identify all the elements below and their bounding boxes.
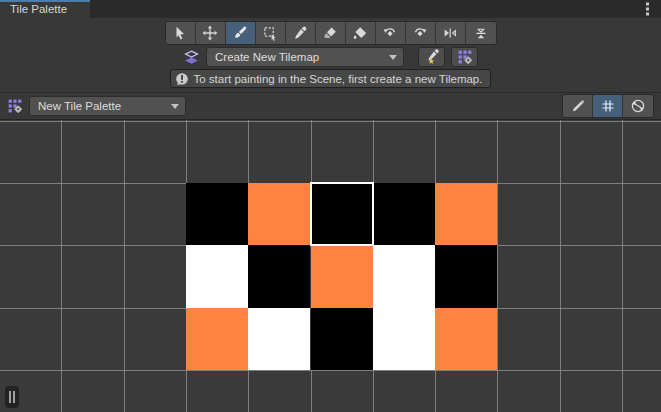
tilemap-layers-icon [183,49,200,66]
edit-palette-button[interactable] [563,95,593,117]
palette-dropdown-value: New Tile Palette [38,100,165,112]
pencil-icon [570,98,586,114]
move-icon [202,25,218,41]
tile-cell[interactable] [435,183,497,245]
tile-cell[interactable] [311,183,373,245]
active-tilemap-dropdown[interactable]: Create New Tilemap [206,47,404,67]
tab-bar: Tile Palette [0,0,661,18]
info-row: To start painting in the Scene, first cr… [0,69,661,88]
tile-cell[interactable] [373,308,435,370]
tools-row [0,22,661,44]
chevron-down-icon [171,104,179,109]
palette-bar-icon [7,98,23,114]
tool-button-group [165,21,497,45]
window-menu-button[interactable] [640,1,656,17]
tile-cell[interactable] [435,245,497,307]
tab-title: Tile Palette [10,3,67,15]
box-select-icon [262,25,278,41]
kebab-menu-icon [646,2,650,16]
tile-cell[interactable] [311,308,373,370]
tile-cell[interactable] [186,308,248,370]
cursor-arrow-icon [172,25,188,41]
eyedropper-star-icon [424,49,440,65]
tile-palette-icon [457,49,473,65]
paint-bucket-icon [352,25,368,41]
tile-cell[interactable] [248,183,310,245]
tile-cell[interactable] [186,183,248,245]
scroll-handle[interactable] [5,386,19,408]
tile-cell[interactable] [311,245,373,307]
info-message-box: To start painting in the Scene, first cr… [170,69,492,88]
tile-cell[interactable] [373,245,435,307]
chevron-down-icon [389,55,397,60]
tool-flip-vertical-button[interactable] [466,22,496,44]
tool-select-button[interactable] [166,22,196,44]
palette-bar: New Tile Palette [0,93,661,120]
tool-fill-button[interactable] [346,22,376,44]
grid-icon [600,98,616,114]
gizmo-toggle-button[interactable] [623,95,653,117]
gizmo-sphere-icon [630,98,646,114]
tool-box-select-button[interactable] [256,22,286,44]
tile-cell[interactable] [373,183,435,245]
rotate-cw-icon [412,25,428,41]
create-new-palette-button[interactable] [451,47,478,67]
paintbrush-icon [232,25,248,41]
eyedropper-icon [292,25,308,41]
view-button-group [562,94,654,118]
flip-vertical-icon [473,25,489,41]
tool-rotate-cw-button[interactable] [406,22,436,44]
tile-cell[interactable] [186,245,248,307]
tab-tile-palette[interactable]: Tile Palette [0,0,90,18]
tilemap-row: Create New Tilemap [0,47,661,67]
tile-palette-window: Tile Palette [0,0,661,412]
toggle-grid-button[interactable] [593,95,623,117]
tile-cell[interactable] [248,245,310,307]
active-tilemap-value: Create New Tilemap [215,51,383,63]
tool-picker-button[interactable] [286,22,316,44]
palette-grid-canvas[interactable] [0,120,661,412]
tool-eraser-button[interactable] [316,22,346,44]
info-message-text: To start painting in the Scene, first cr… [194,73,483,85]
tile-cell[interactable] [248,308,310,370]
tool-paintbrush-button[interactable] [226,22,256,44]
toolbar-section: Create New Tilemap [0,22,661,93]
tool-flip-horizontal-button[interactable] [436,22,466,44]
tool-move-button[interactable] [196,22,226,44]
tile-cell[interactable] [435,308,497,370]
warning-info-icon [175,72,189,86]
rotate-ccw-icon [382,25,398,41]
palette-dropdown[interactable]: New Tile Palette [29,96,186,116]
eraser-icon [322,25,338,41]
pick-new-brush-button[interactable] [418,47,445,67]
flip-horizontal-icon [442,25,458,41]
tool-rotate-ccw-button[interactable] [376,22,406,44]
active-tab-accent [0,0,90,2]
